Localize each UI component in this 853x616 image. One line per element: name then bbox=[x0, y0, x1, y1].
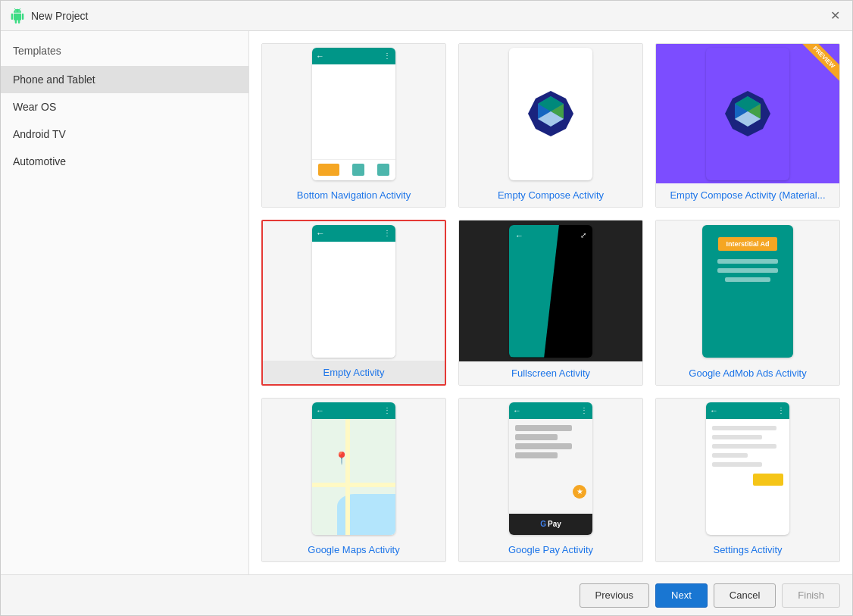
card-label-maps: Google Maps Activity bbox=[262, 538, 445, 561]
card-preview-fullscreen: ← ⤢ bbox=[459, 220, 642, 361]
gpay-bottom-bar: GPay bbox=[509, 514, 592, 535]
empty-activity-mockup: ← ⋮ bbox=[312, 225, 395, 358]
map-road-h bbox=[312, 483, 395, 487]
map-road-v bbox=[345, 419, 350, 535]
previous-button[interactable]: Previous bbox=[580, 583, 650, 608]
fullscreen-mockup: ← ⤢ bbox=[509, 225, 592, 358]
compose-mockup bbox=[509, 48, 592, 180]
admob-line-3 bbox=[725, 277, 770, 282]
android-icon bbox=[10, 8, 25, 23]
map-body: 📍 bbox=[312, 419, 395, 535]
sidebar-heading: Templates bbox=[1, 39, 248, 66]
cancel-button[interactable]: Cancel bbox=[714, 583, 776, 608]
admob-line-2 bbox=[717, 268, 778, 273]
sidebar-item-phone-tablet[interactable]: Phone and Tablet bbox=[1, 66, 248, 93]
template-card-empty-compose-material[interactable]: PREVIEW Empty Compose Activity (Material… bbox=[655, 43, 840, 208]
card-preview-empty-activity: ← ⋮ bbox=[263, 221, 445, 361]
admob-mockup: Interstitial Ad bbox=[702, 225, 793, 358]
map-pin: 📍 bbox=[334, 451, 349, 465]
settings-mockup: ← ⋮ bbox=[706, 402, 789, 535]
card-preview-empty-compose bbox=[459, 44, 642, 183]
card-preview-empty-compose-material: PREVIEW bbox=[656, 44, 839, 183]
card-label-fullscreen: Fullscreen Activity bbox=[459, 361, 642, 385]
card-label-settings: Settings Activity bbox=[656, 538, 839, 561]
title-bar: New Project ✕ bbox=[1, 1, 852, 31]
template-card-empty-compose[interactable]: Empty Compose Activity bbox=[458, 43, 643, 208]
gpay-line-1 bbox=[515, 425, 572, 431]
card-label-empty-activity: Empty Activity bbox=[263, 361, 445, 384]
template-card-bottom-nav[interactable]: ← ⋮ Bottom Navigation Activity bbox=[261, 43, 446, 208]
fullscreen-green bbox=[509, 225, 559, 358]
sidebar-item-automotive[interactable]: Automotive bbox=[1, 148, 248, 175]
fullscreen-expand-icon: ⤢ bbox=[580, 231, 586, 239]
template-card-fullscreen[interactable]: ← ⤢ Fullscreen Activity bbox=[458, 220, 643, 386]
admob-ad-btn: Interstitial Ad bbox=[718, 237, 776, 251]
card-label-admob: Google AdMob Ads Activity bbox=[656, 361, 839, 385]
dialog-title: New Project bbox=[31, 10, 826, 22]
card-label-gpay: Google Pay Activity bbox=[459, 538, 642, 561]
template-card-admob[interactable]: Interstitial Ad Google AdMob Ads Activit… bbox=[655, 220, 840, 386]
bottom-nav-mockup: ← ⋮ bbox=[312, 48, 395, 180]
template-card-settings[interactable]: ← ⋮ Settings Activity bbox=[655, 398, 840, 562]
card-label-empty-compose-material: Empty Compose Activity (Material... bbox=[656, 183, 839, 207]
card-preview-admob: Interstitial Ad bbox=[656, 220, 839, 361]
next-button[interactable]: Next bbox=[655, 583, 708, 608]
main-content: Templates Phone and Tablet Wear OS Andro… bbox=[1, 31, 852, 574]
gpay-body: ★ bbox=[509, 419, 592, 514]
compose-material-icon bbox=[721, 87, 774, 140]
card-preview-maps: ← ⋮ 📍 bbox=[262, 399, 445, 538]
template-card-maps[interactable]: ← ⋮ 📍 Google Maps Activity bbox=[261, 398, 446, 562]
gpay-mockup: ← ⋮ ★ GPay bbox=[509, 402, 592, 535]
sidebar-item-android-tv[interactable]: Android TV bbox=[1, 120, 248, 148]
admob-line-1 bbox=[717, 259, 778, 264]
preview-ribbon: PREVIEW bbox=[799, 44, 839, 82]
compose-material-mockup bbox=[706, 48, 789, 180]
card-preview-settings: ← ⋮ bbox=[656, 399, 839, 538]
card-preview-gpay: ← ⋮ ★ GPay bbox=[459, 399, 642, 538]
gpay-star: ★ bbox=[573, 485, 586, 499]
card-label-empty-compose: Empty Compose Activity bbox=[459, 183, 642, 207]
fullscreen-back-icon: ← bbox=[515, 231, 523, 240]
settings-body bbox=[706, 419, 789, 535]
compose-icon bbox=[524, 87, 577, 140]
toolbar-dots-icon: ⋮ bbox=[383, 229, 392, 237]
new-project-dialog: New Project ✕ Templates Phone and Tablet… bbox=[0, 0, 853, 616]
gpay-line-3 bbox=[515, 443, 572, 449]
sidebar-item-wear-os[interactable]: Wear OS bbox=[1, 93, 248, 120]
template-card-gpay[interactable]: ← ⋮ ★ GPay bbox=[458, 398, 643, 562]
gpay-line-4 bbox=[515, 452, 558, 458]
card-label-bottom-nav: Bottom Navigation Activity bbox=[262, 183, 445, 207]
template-card-empty-activity[interactable]: ← ⋮ Empty Activity bbox=[261, 220, 446, 386]
sidebar: Templates Phone and Tablet Wear OS Andro… bbox=[1, 31, 249, 574]
template-grid: ← ⋮ Bottom Navigation Activity bbox=[249, 31, 852, 574]
gpay-line-2 bbox=[515, 434, 558, 440]
card-preview-bottom-nav: ← ⋮ bbox=[262, 44, 445, 183]
close-button[interactable]: ✕ bbox=[826, 8, 843, 24]
preview-banner: PREVIEW bbox=[794, 44, 839, 89]
map-mockup: ← ⋮ 📍 bbox=[312, 402, 395, 535]
footer: Previous Next Cancel Finish bbox=[1, 574, 852, 615]
toolbar-back-icon: ← bbox=[316, 228, 325, 239]
finish-button[interactable]: Finish bbox=[782, 583, 840, 608]
